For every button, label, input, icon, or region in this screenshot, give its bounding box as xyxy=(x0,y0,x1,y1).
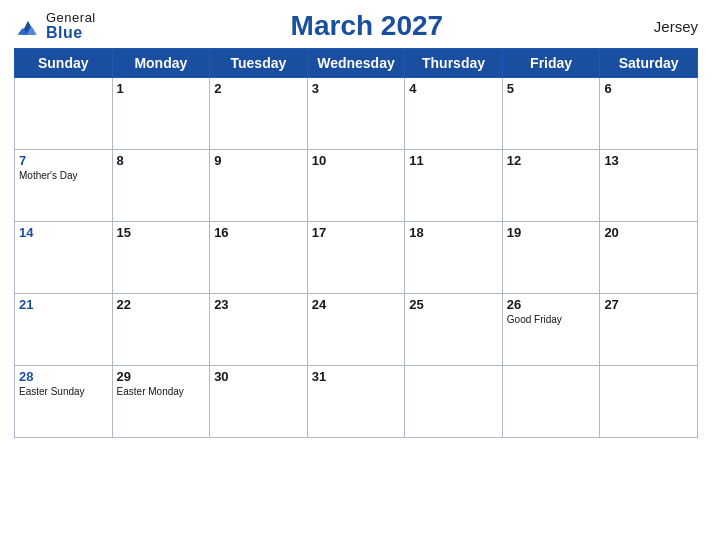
calendar-cell: 27 xyxy=(600,294,698,366)
calendar-cell: 17 xyxy=(307,222,405,294)
header-monday: Monday xyxy=(112,49,210,78)
day-number: 29 xyxy=(117,369,206,384)
calendar-cell xyxy=(405,366,503,438)
day-number: 7 xyxy=(19,153,108,168)
day-number: 23 xyxy=(214,297,303,312)
calendar-cell: 6 xyxy=(600,78,698,150)
header: General Blue March 2027 Jersey xyxy=(14,10,698,42)
day-number: 1 xyxy=(117,81,206,96)
day-number: 31 xyxy=(312,369,401,384)
calendar-cell xyxy=(502,366,600,438)
calendar-cell: 7Mother's Day xyxy=(15,150,113,222)
day-number: 4 xyxy=(409,81,498,96)
day-number: 14 xyxy=(19,225,108,240)
calendar-cell: 1 xyxy=(112,78,210,150)
day-event-label: Good Friday xyxy=(507,314,596,325)
calendar-cell: 11 xyxy=(405,150,503,222)
calendar-cell: 12 xyxy=(502,150,600,222)
logo: General Blue xyxy=(14,11,96,41)
day-number: 13 xyxy=(604,153,693,168)
calendar-cell: 31 xyxy=(307,366,405,438)
calendar-cell: 19 xyxy=(502,222,600,294)
calendar-cell: 13 xyxy=(600,150,698,222)
header-tuesday: Tuesday xyxy=(210,49,308,78)
calendar-cell: 29Easter Monday xyxy=(112,366,210,438)
calendar-cell xyxy=(600,366,698,438)
header-friday: Friday xyxy=(502,49,600,78)
day-event-label: Mother's Day xyxy=(19,170,108,181)
header-wednesday: Wednesday xyxy=(307,49,405,78)
calendar-cell xyxy=(15,78,113,150)
day-number: 20 xyxy=(604,225,693,240)
day-number: 5 xyxy=(507,81,596,96)
day-number: 8 xyxy=(117,153,206,168)
day-number: 25 xyxy=(409,297,498,312)
logo-mountain-icon xyxy=(14,12,42,40)
region-label: Jersey xyxy=(638,18,698,35)
day-number: 15 xyxy=(117,225,206,240)
logo-blue-text: Blue xyxy=(46,25,96,41)
day-number: 27 xyxy=(604,297,693,312)
header-sunday: Sunday xyxy=(15,49,113,78)
day-number: 24 xyxy=(312,297,401,312)
day-number: 19 xyxy=(507,225,596,240)
calendar-cell: 4 xyxy=(405,78,503,150)
day-number: 10 xyxy=(312,153,401,168)
calendar-cell: 30 xyxy=(210,366,308,438)
day-number: 21 xyxy=(19,297,108,312)
day-number: 12 xyxy=(507,153,596,168)
calendar-cell: 20 xyxy=(600,222,698,294)
calendar-week-row: 212223242526Good Friday27 xyxy=(15,294,698,366)
day-number: 18 xyxy=(409,225,498,240)
calendar-cell: 10 xyxy=(307,150,405,222)
calendar-cell: 3 xyxy=(307,78,405,150)
day-number: 16 xyxy=(214,225,303,240)
calendar-cell: 21 xyxy=(15,294,113,366)
logo-general-text: General xyxy=(46,11,96,25)
calendar-cell: 16 xyxy=(210,222,308,294)
calendar-week-row: 123456 xyxy=(15,78,698,150)
calendar-page: General Blue March 2027 Jersey Sunday Mo… xyxy=(0,0,712,550)
header-thursday: Thursday xyxy=(405,49,503,78)
weekday-header-row: Sunday Monday Tuesday Wednesday Thursday… xyxy=(15,49,698,78)
calendar-cell: 18 xyxy=(405,222,503,294)
day-event-label: Easter Sunday xyxy=(19,386,108,397)
calendar-title: March 2027 xyxy=(291,10,444,41)
calendar-cell: 5 xyxy=(502,78,600,150)
day-number: 26 xyxy=(507,297,596,312)
calendar-cell: 24 xyxy=(307,294,405,366)
day-number: 2 xyxy=(214,81,303,96)
day-number: 28 xyxy=(19,369,108,384)
calendar-cell: 14 xyxy=(15,222,113,294)
calendar-table: Sunday Monday Tuesday Wednesday Thursday… xyxy=(14,48,698,438)
day-number: 11 xyxy=(409,153,498,168)
calendar-cell: 8 xyxy=(112,150,210,222)
day-number: 30 xyxy=(214,369,303,384)
day-number: 22 xyxy=(117,297,206,312)
calendar-cell: 2 xyxy=(210,78,308,150)
day-number: 3 xyxy=(312,81,401,96)
header-saturday: Saturday xyxy=(600,49,698,78)
logo-words: General Blue xyxy=(46,11,96,41)
day-event-label: Easter Monday xyxy=(117,386,206,397)
calendar-cell: 26Good Friday xyxy=(502,294,600,366)
calendar-cell: 25 xyxy=(405,294,503,366)
calendar-cell: 22 xyxy=(112,294,210,366)
day-number: 17 xyxy=(312,225,401,240)
calendar-week-row: 28Easter Sunday29Easter Monday3031 xyxy=(15,366,698,438)
title-area: March 2027 xyxy=(96,10,638,42)
calendar-body: 1234567Mother's Day891011121314151617181… xyxy=(15,78,698,438)
day-number: 9 xyxy=(214,153,303,168)
calendar-cell: 23 xyxy=(210,294,308,366)
calendar-cell: 9 xyxy=(210,150,308,222)
calendar-cell: 28Easter Sunday xyxy=(15,366,113,438)
calendar-cell: 15 xyxy=(112,222,210,294)
day-number: 6 xyxy=(604,81,693,96)
calendar-week-row: 7Mother's Day8910111213 xyxy=(15,150,698,222)
calendar-week-row: 14151617181920 xyxy=(15,222,698,294)
